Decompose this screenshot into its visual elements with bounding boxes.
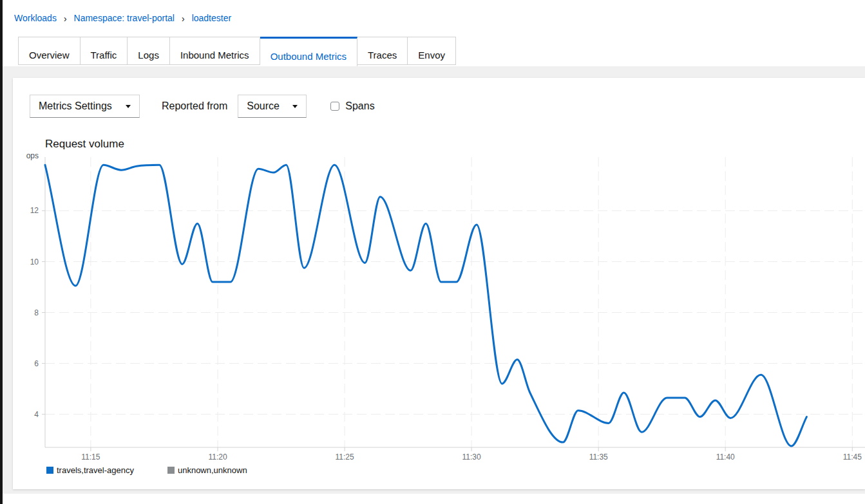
tab-bar: Overview Traffic Logs Inbound Metrics Ou… [18, 37, 865, 66]
reported-from-label: Reported from [162, 100, 227, 112]
svg-text:12: 12 [30, 206, 39, 215]
metrics-settings-label: Metrics Settings [39, 100, 112, 112]
content-area: Metrics Settings Reported from Source Sp… [0, 66, 865, 494]
breadcrumb-link-workload[interactable]: loadtester [192, 13, 231, 23]
tab-overview[interactable]: Overview [18, 37, 81, 65]
svg-text:ops: ops [26, 151, 39, 160]
breadcrumb-separator-icon: › [64, 12, 67, 24]
metrics-toolbar: Metrics Settings Reported from Source Sp… [13, 78, 865, 118]
tab-inbound-metrics[interactable]: Inbound Metrics [170, 37, 260, 65]
tab-traces[interactable]: Traces [357, 37, 408, 65]
page-header: Workloads › Namespace: travel-portal › l… [0, 0, 865, 66]
legend-label: unknown,unknown [178, 465, 247, 475]
tab-envoy[interactable]: Envoy [408, 37, 456, 65]
chevron-down-icon [292, 105, 298, 108]
breadcrumb-link-namespace[interactable]: Namespace: travel-portal [74, 13, 175, 23]
tab-traffic[interactable]: Traffic [81, 37, 128, 65]
legend-item[interactable]: unknown,unknown [167, 465, 247, 475]
svg-text:11:25: 11:25 [336, 453, 354, 462]
svg-text:11:15: 11:15 [81, 453, 100, 462]
sidebar-edge [0, 0, 3, 504]
legend-swatch [167, 467, 175, 474]
chevron-down-icon [126, 105, 131, 108]
source-dropdown[interactable]: Source [238, 95, 307, 118]
breadcrumb-link-workloads[interactable]: Workloads [14, 13, 57, 23]
tab-outbound-metrics[interactable]: Outbound Metrics [260, 37, 357, 66]
spans-toggle[interactable]: Spans [330, 100, 374, 112]
legend-swatch [46, 467, 53, 474]
tab-logs[interactable]: Logs [128, 37, 170, 65]
chart-title: Request volume [45, 138, 865, 151]
svg-text:11:35: 11:35 [589, 453, 608, 462]
spans-label: Spans [345, 100, 374, 112]
legend-label: travels,travel-agency [57, 465, 134, 475]
svg-text:10: 10 [30, 257, 39, 266]
svg-text:6: 6 [34, 359, 39, 368]
metrics-settings-dropdown[interactable]: Metrics Settings [30, 95, 140, 118]
svg-text:11:20: 11:20 [208, 453, 227, 462]
svg-text:11:45: 11:45 [843, 453, 862, 462]
request-volume-chart: 121086411:1511:2011:2511:3011:3511:4011:… [13, 151, 865, 475]
svg-text:4: 4 [34, 410, 39, 419]
metrics-card: Metrics Settings Reported from Source Sp… [13, 78, 865, 489]
chart-canvas[interactable]: 121086411:1511:2011:2511:3011:3511:4011:… [13, 151, 865, 463]
legend-item[interactable]: travels,travel-agency [46, 465, 134, 475]
svg-text:11:40: 11:40 [716, 453, 735, 462]
svg-text:8: 8 [34, 308, 39, 317]
breadcrumb: Workloads › Namespace: travel-portal › l… [0, 0, 865, 23]
svg-text:11:30: 11:30 [462, 453, 481, 462]
spans-checkbox[interactable] [330, 102, 339, 111]
source-value: Source [247, 100, 280, 112]
chart-legend: travels,travel-agencyunknown,unknown [46, 465, 865, 475]
breadcrumb-separator-icon: › [182, 12, 185, 24]
